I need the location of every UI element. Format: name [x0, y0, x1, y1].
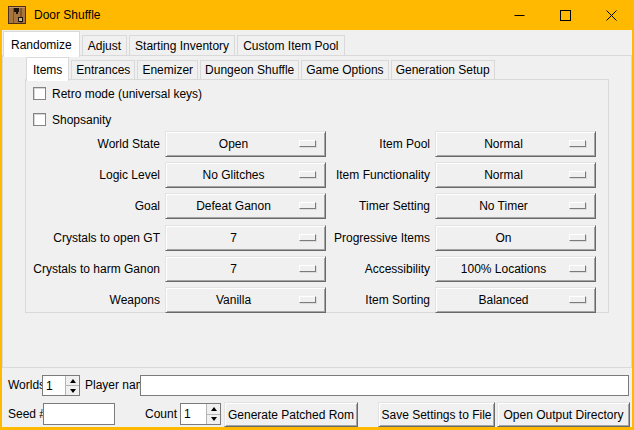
minimize-icon: [514, 10, 525, 21]
item-sorting-label: Item Sorting: [298, 287, 430, 313]
item-pool-dropdown[interactable]: Normal: [435, 131, 596, 157]
generate-patched-rom-button[interactable]: Generate Patched Rom: [224, 402, 358, 427]
tab-game-options[interactable]: Game Options: [301, 60, 388, 80]
count-spin-down-icon[interactable]: [207, 414, 220, 425]
weapons-label: Weapons: [28, 287, 160, 313]
item-functionality-label: Item Functionality: [298, 162, 430, 188]
goal-label: Goal: [28, 193, 160, 219]
accessibility-label: Accessibility: [298, 256, 430, 282]
tab-adjust[interactable]: Adjust: [82, 35, 127, 56]
count-label: Count: [145, 403, 177, 425]
seed-label: Seed #: [8, 403, 46, 425]
close-button[interactable]: [588, 0, 634, 30]
world-state-label: World State: [28, 131, 160, 157]
item-sorting-dropdown[interactable]: Balanced: [435, 287, 596, 313]
window-border-left: [0, 30, 2, 430]
item-pool-label: Item Pool: [298, 131, 430, 157]
crystals-gt-label: Crystals to open GT: [28, 225, 160, 251]
tab-enemizer[interactable]: Enemizer: [137, 60, 198, 80]
item-functionality-dropdown[interactable]: Normal: [435, 162, 596, 188]
tab-items[interactable]: Items: [26, 57, 69, 81]
sub-tab-bar: Items Entrances Enemizer Dungeon Shuffle…: [26, 57, 606, 80]
tab-entrances[interactable]: Entrances: [71, 60, 135, 80]
minimize-button[interactable]: [496, 0, 542, 30]
worlds-spin-down-icon[interactable]: [66, 385, 79, 395]
open-output-directory-button[interactable]: Open Output Directory: [497, 402, 630, 427]
tab-custom-item-pool[interactable]: Custom Item Pool: [237, 35, 344, 56]
crystals-ganon-label: Crystals to harm Ganon: [28, 256, 160, 282]
player-names-input[interactable]: [140, 375, 629, 396]
maximize-icon: [560, 10, 571, 21]
tab-starting-inventory[interactable]: Starting Inventory: [129, 35, 235, 56]
shopsanity-checkbox-row: Shopsanity: [33, 112, 111, 127]
door-shuffle-window: Door Shuffle Randomize Adjust Starting I…: [0, 0, 634, 430]
main-tab-bar: Randomize Adjust Starting Inventory Cust…: [3, 31, 623, 56]
worlds-spinbox[interactable]: 1: [42, 375, 80, 396]
retro-mode-checkbox-row: Retro mode (universal keys): [33, 86, 202, 101]
app-icon: [8, 6, 26, 24]
worlds-spin-up-icon[interactable]: [66, 376, 79, 385]
logic-level-label: Logic Level: [28, 162, 160, 188]
progressive-items-label: Progressive Items: [298, 225, 430, 251]
tab-dungeon-shuffle[interactable]: Dungeon Shuffle: [200, 60, 299, 80]
shopsanity-checkbox[interactable]: [33, 113, 46, 126]
dropdown-indicator-icon: [569, 171, 586, 178]
tab-generation-setup[interactable]: Generation Setup: [391, 60, 495, 80]
retro-mode-checkbox[interactable]: [33, 87, 46, 100]
save-settings-button[interactable]: Save Settings to File: [378, 402, 495, 427]
dropdown-indicator-icon: [569, 202, 586, 209]
dropdown-indicator-icon: [569, 234, 586, 241]
dropdown-indicator-icon: [569, 140, 586, 147]
count-spinbox[interactable]: 1: [180, 403, 221, 425]
seed-input[interactable]: [43, 403, 115, 425]
timer-setting-dropdown[interactable]: No Timer: [435, 193, 596, 219]
titlebar[interactable]: Door Shuffle: [0, 0, 634, 30]
dropdown-indicator-icon: [569, 265, 586, 272]
retro-mode-label: Retro mode (universal keys): [52, 87, 202, 101]
worlds-label: Worlds: [8, 375, 45, 396]
progressive-items-dropdown[interactable]: On: [435, 225, 596, 251]
count-spin-up-icon[interactable]: [207, 404, 220, 414]
close-icon: [606, 10, 617, 21]
timer-setting-label: Timer Setting: [298, 193, 430, 219]
accessibility-dropdown[interactable]: 100% Locations: [435, 256, 596, 282]
window-title: Door Shuffle: [34, 8, 101, 22]
maximize-button[interactable]: [542, 0, 588, 30]
dropdown-indicator-icon: [569, 296, 586, 303]
shopsanity-label: Shopsanity: [52, 113, 111, 127]
tab-randomize[interactable]: Randomize: [3, 31, 80, 57]
